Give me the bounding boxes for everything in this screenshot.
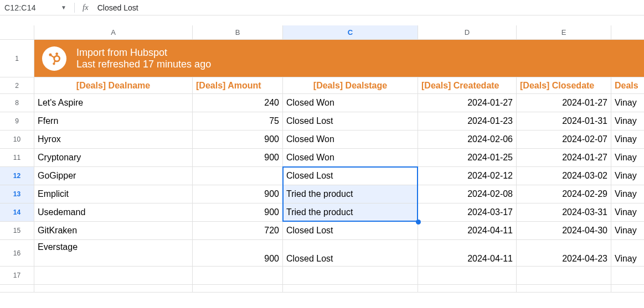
cell-dealstage[interactable]: Closed Lost <box>283 222 418 240</box>
cell-owner[interactable]: Vinay <box>611 185 644 203</box>
cell-createdate[interactable]: 2024-02-12 <box>418 167 517 185</box>
cell[interactable] <box>611 285 644 293</box>
cell-owner[interactable]: Vinay <box>611 94 644 112</box>
cell-createdate[interactable]: 2024-01-27 <box>418 94 517 112</box>
row-header-partial[interactable] <box>0 285 34 293</box>
cell-dealname[interactable]: GoGipper <box>34 167 193 185</box>
col-header-F[interactable] <box>611 25 644 40</box>
cell-dealstage[interactable]: Closed Won <box>283 130 418 149</box>
cell-dealstage[interactable]: Closed Won <box>283 149 418 167</box>
cell-amount[interactable]: 900 <box>193 185 283 203</box>
cell-dealname[interactable]: Cryptonary <box>34 149 193 167</box>
cell[interactable] <box>611 267 644 285</box>
cell-amount[interactable]: 900 <box>193 240 283 267</box>
cell-amount[interactable]: 900 <box>193 203 283 222</box>
cell-createdate[interactable]: 2024-02-06 <box>418 130 517 149</box>
row-header-14[interactable]: 14 <box>0 203 34 222</box>
header-closedate[interactable]: [Deals] Closedate <box>517 77 611 94</box>
cell-createdate[interactable]: 2024-02-08 <box>418 185 517 203</box>
spreadsheet-grid[interactable]: A B C D E 1 Import from Hubspot Last ref… <box>0 25 644 293</box>
col-header-D[interactable]: D <box>418 25 517 40</box>
cell-dealname[interactable]: Usedemand <box>34 203 193 222</box>
cell-owner[interactable]: Vinay <box>611 149 644 167</box>
cell-owner[interactable]: Vinay <box>611 203 644 222</box>
cell-owner[interactable]: Vinay <box>611 112 644 130</box>
name-box-input[interactable] <box>4 3 56 12</box>
row-header-13[interactable]: 13 <box>0 185 34 203</box>
cell-dealstage[interactable]: Tried the product <box>283 203 418 222</box>
cell-owner[interactable]: Vinay <box>611 167 644 185</box>
row-header-9[interactable]: 9 <box>0 112 34 130</box>
row-header-1[interactable]: 1 <box>0 40 34 77</box>
cell[interactable] <box>283 285 418 293</box>
header-owner[interactable]: Deals <box>611 77 644 94</box>
cell-closedate[interactable]: 2024-03-31 <box>517 203 611 222</box>
selection-fill-handle[interactable] <box>416 220 421 225</box>
cell-createdate[interactable]: 2024-04-11 <box>418 222 517 240</box>
name-box-dropdown-icon[interactable]: ▼ <box>61 4 70 11</box>
cell-closedate[interactable]: 2024-03-02 <box>517 167 611 185</box>
row-header-2[interactable]: 2 <box>0 77 34 94</box>
cell-amount[interactable]: 900 <box>193 130 283 149</box>
cell-dealstage[interactable]: Tried the product <box>283 185 418 203</box>
col-header-C[interactable]: C <box>283 25 418 40</box>
header-dealname[interactable]: [Deals] Dealname <box>34 77 193 94</box>
cell[interactable] <box>193 267 283 285</box>
row-header-15[interactable]: 15 <box>0 222 34 240</box>
col-header-A[interactable]: A <box>34 25 193 40</box>
cell-dealname[interactable]: GitKraken <box>34 222 193 240</box>
cell-owner[interactable]: Vinay <box>611 240 644 267</box>
cell-closedate[interactable]: 2024-04-23 <box>517 240 611 267</box>
cell[interactable] <box>283 267 418 285</box>
cell-dealstage[interactable]: Closed Lost <box>283 240 418 267</box>
cell-closedate[interactable]: 2024-01-27 <box>517 149 611 167</box>
cell-closedate[interactable]: 2024-02-29 <box>517 185 611 203</box>
cell-createdate[interactable]: 2024-03-17 <box>418 203 517 222</box>
cell-amount[interactable]: 240 <box>193 94 283 112</box>
header-dealstage[interactable]: [Deals] Dealstage <box>283 77 418 94</box>
header-createdate[interactable]: [Deals] Createdate <box>418 77 517 94</box>
cell-createdate[interactable]: 2024-01-25 <box>418 149 517 167</box>
cell-dealstage[interactable]: Closed Lost <box>283 112 418 130</box>
row-header-11[interactable]: 11 <box>0 149 34 167</box>
row-header-16[interactable]: 16 <box>0 240 34 267</box>
row-header-8[interactable]: 8 <box>0 94 34 112</box>
cell-createdate[interactable]: 2024-01-23 <box>418 112 517 130</box>
cell-dealstage[interactable]: Closed Lost <box>283 167 418 185</box>
col-header-B[interactable]: B <box>193 25 283 40</box>
cell[interactable] <box>517 267 611 285</box>
cell-dealname[interactable]: Hyrox <box>34 130 193 149</box>
cell-dealname[interactable]: Emplicit <box>34 185 193 203</box>
cell[interactable] <box>34 285 193 293</box>
cell-closedate[interactable]: 2024-01-31 <box>517 112 611 130</box>
formula-bar: ▼ fx <box>0 0 644 15</box>
cell-owner[interactable]: Vinay <box>611 130 644 149</box>
cell-closedate[interactable]: 2024-04-30 <box>517 222 611 240</box>
cell-dealname[interactable]: Let's Aspire <box>34 94 193 112</box>
cell-dealname[interactable]: Everstage <box>34 240 193 267</box>
cell-amount[interactable] <box>193 167 283 185</box>
cell[interactable] <box>193 285 283 293</box>
cell[interactable] <box>34 267 193 285</box>
header-amount[interactable]: [Deals] Amount <box>193 77 283 94</box>
table-row: 16 Everstage 900 Closed Lost 2024-04-11 … <box>0 240 644 267</box>
cell[interactable] <box>418 267 517 285</box>
cell-closedate[interactable]: 2024-01-27 <box>517 94 611 112</box>
cell-dealname[interactable]: Ffern <box>34 112 193 130</box>
table-row <box>0 285 644 293</box>
cell-amount[interactable]: 720 <box>193 222 283 240</box>
select-all-corner[interactable] <box>0 25 34 40</box>
cell-amount[interactable]: 900 <box>193 149 283 167</box>
cell[interactable] <box>418 285 517 293</box>
cell-createdate[interactable]: 2024-04-11 <box>418 240 517 267</box>
row-header-10[interactable]: 10 <box>0 130 34 149</box>
row-header-17[interactable]: 17 <box>0 267 34 285</box>
cell-dealstage[interactable]: Closed Won <box>283 94 418 112</box>
cell-owner[interactable]: Vinay <box>611 222 644 240</box>
formula-input[interactable] <box>97 3 644 12</box>
row-header-12[interactable]: 12 <box>0 167 34 185</box>
cell-closedate[interactable]: 2024-02-07 <box>517 130 611 149</box>
cell-amount[interactable]: 75 <box>193 112 283 130</box>
col-header-E[interactable]: E <box>517 25 611 40</box>
cell[interactable] <box>517 285 611 293</box>
